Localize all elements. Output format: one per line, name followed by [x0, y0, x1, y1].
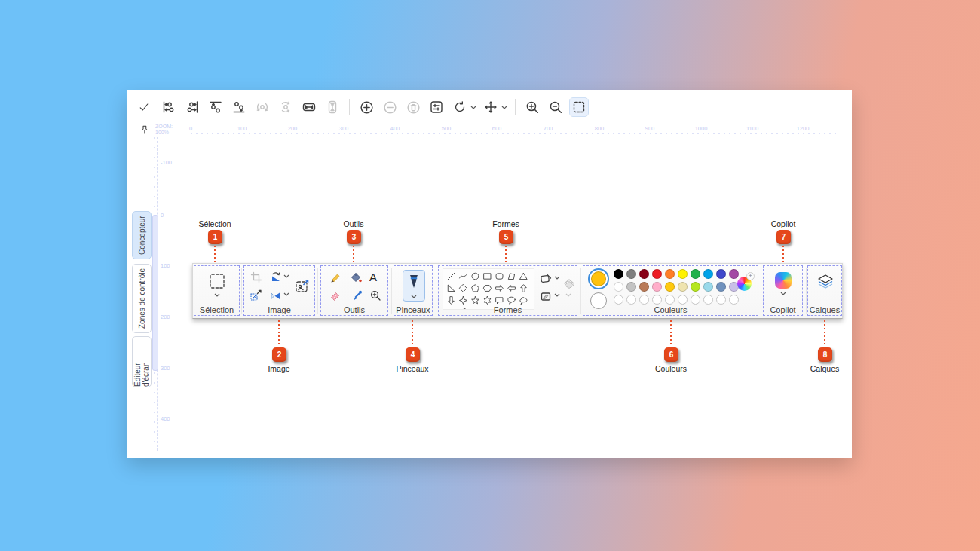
palette-swatch[interactable] — [716, 269, 726, 279]
palette-swatch[interactable] — [716, 282, 726, 292]
empty-swatch-slot[interactable] — [703, 295, 713, 305]
shape-arrow-down[interactable] — [445, 294, 457, 306]
chevron-down-icon[interactable] — [411, 295, 417, 298]
tab-editeur-ecran[interactable]: Éditeur d'écran — [132, 336, 152, 387]
copilot-logo-icon[interactable] — [775, 272, 792, 289]
empty-swatch-slot[interactable] — [716, 295, 726, 305]
text-tool-button[interactable]: A — [369, 271, 377, 283]
tab-zones-de-controle[interactable]: Zones de contrôle — [132, 264, 152, 333]
shape-hexagon[interactable] — [481, 282, 493, 294]
shape-arrow-right[interactable] — [493, 282, 505, 294]
rotate-image-button[interactable] — [269, 271, 282, 283]
ruler-selection-highlight — [152, 215, 158, 371]
palette-swatch[interactable] — [729, 269, 739, 279]
chevron-down-icon[interactable] — [214, 293, 220, 297]
magnifier-tool-button[interactable] — [369, 289, 382, 302]
edit-colors-wheel-button[interactable] — [737, 277, 752, 291]
empty-swatch-slot[interactable] — [678, 295, 688, 305]
shape-arrow-left[interactable] — [505, 282, 517, 294]
align-left-button[interactable] — [160, 98, 178, 116]
color1-swatch[interactable] — [588, 268, 609, 289]
shape-polygon[interactable] — [505, 270, 517, 282]
shape-callout-rounded[interactable] — [493, 294, 505, 306]
shape-star-5[interactable] — [469, 294, 481, 306]
color-picker-tool-button[interactable] — [351, 289, 363, 302]
empty-swatch-slot[interactable] — [639, 295, 649, 305]
shape-callout-cloud[interactable] — [517, 294, 529, 306]
palette-swatch[interactable] — [678, 269, 688, 279]
flip-image-button[interactable] — [269, 289, 282, 302]
empty-swatch-slot[interactable] — [652, 295, 662, 305]
empty-swatch-slot[interactable] — [729, 295, 739, 305]
shape-arrow-up[interactable] — [517, 282, 529, 294]
align-bottom-button[interactable] — [230, 98, 248, 116]
palette-swatch[interactable] — [678, 282, 688, 292]
tab-label: Concepteur — [138, 216, 146, 255]
selection-tool-button[interactable] — [208, 272, 226, 290]
designer-canvas: ZOOM: 100% 0 100 200 300 400 500 600 700… — [127, 90, 852, 458]
select-region-button[interactable] — [570, 98, 588, 116]
shape-rectangle[interactable] — [481, 270, 493, 282]
remove-circle-button — [381, 98, 399, 116]
palette-swatch[interactable] — [639, 282, 649, 292]
resize-image-button[interactable] — [250, 289, 262, 302]
palette-row-2 — [614, 282, 739, 292]
add-circle-button[interactable] — [357, 98, 375, 116]
shape-line[interactable] — [445, 270, 457, 282]
shape-callout-oval[interactable] — [505, 294, 517, 306]
rotate-button[interactable] — [451, 98, 476, 116]
palette-swatch[interactable] — [665, 269, 675, 279]
chevron-down-icon[interactable] — [780, 292, 786, 295]
shape-star-4[interactable] — [457, 294, 469, 306]
palette-swatch[interactable] — [652, 282, 662, 292]
palette-swatch[interactable] — [626, 282, 636, 292]
shape-pentagon[interactable] — [469, 282, 481, 294]
chevron-down-icon[interactable] — [554, 293, 560, 297]
palette-swatch[interactable] — [691, 282, 700, 292]
shape-diamond[interactable] — [457, 282, 469, 294]
chevron-down-icon[interactable] — [554, 276, 560, 280]
zoom-out-button[interactable] — [547, 98, 565, 116]
resize-canvas-button[interactable] — [294, 278, 311, 295]
shape-rounded-rectangle[interactable] — [493, 270, 505, 282]
shape-triangle[interactable] — [517, 270, 529, 282]
zoom-in-button[interactable] — [523, 98, 541, 116]
palette-swatch[interactable] — [665, 282, 675, 292]
eraser-tool-button[interactable] — [329, 289, 341, 302]
properties-button[interactable] — [427, 98, 446, 116]
shape-curve[interactable] — [457, 270, 469, 282]
empty-swatch-slot[interactable] — [691, 295, 700, 305]
empty-swatch-slot[interactable] — [614, 295, 623, 305]
layers-icon[interactable] — [816, 273, 835, 291]
palette-swatch[interactable] — [703, 269, 713, 279]
shape-outline-button[interactable] — [540, 273, 553, 284]
shape-fill-button[interactable] — [540, 291, 553, 302]
chevron-down-icon[interactable] — [501, 106, 507, 109]
ruler-tick: 200 — [288, 125, 298, 132]
palette-swatch[interactable] — [639, 269, 649, 279]
brush-tool-button[interactable] — [403, 270, 425, 302]
shape-right-triangle[interactable] — [445, 282, 457, 294]
shape-ellipse[interactable] — [469, 270, 481, 282]
fill-tool-button[interactable] — [350, 271, 363, 284]
chevron-down-icon[interactable] — [283, 292, 289, 296]
empty-swatch-slot[interactable] — [665, 295, 675, 305]
palette-swatch[interactable] — [626, 269, 636, 279]
shape-star-6[interactable] — [481, 294, 493, 306]
align-right-button[interactable] — [183, 98, 201, 116]
same-width-button[interactable] — [300, 98, 318, 116]
palette-swatch[interactable] — [614, 282, 623, 292]
chevron-down-icon[interactable] — [470, 106, 476, 109]
palette-swatch[interactable] — [652, 269, 662, 279]
pencil-tool-button[interactable] — [329, 271, 341, 284]
palette-swatch[interactable] — [614, 269, 623, 279]
confirm-check-icon[interactable] — [135, 98, 153, 116]
palette-swatch[interactable] — [691, 269, 700, 279]
empty-swatch-slot[interactable] — [626, 295, 636, 305]
tab-concepteur[interactable]: Concepteur — [132, 211, 152, 259]
chevron-down-icon[interactable] — [283, 274, 289, 278]
move-button[interactable] — [482, 98, 507, 116]
align-top-button[interactable] — [207, 98, 225, 116]
shapes-gallery[interactable] — [443, 268, 534, 310]
palette-swatch[interactable] — [703, 282, 713, 292]
